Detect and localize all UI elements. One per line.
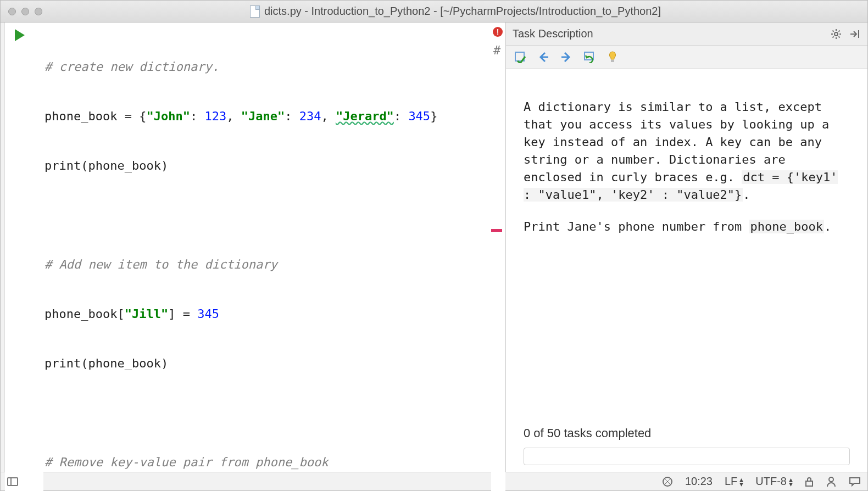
task-paragraph: Print Jane's phone number from phone_boo…: [524, 218, 850, 236]
task-description[interactable]: A dictionary is similar to a list, excep…: [506, 69, 867, 472]
file-encoding[interactable]: UTF-8▴▾: [755, 475, 793, 488]
main-area: # create new dictionary. phone_book = {"…: [1, 23, 867, 472]
progress-bar: [524, 448, 850, 465]
window-title-text: dicts.py - Introduction_to_Python2 - [~/…: [264, 5, 661, 18]
task-header: Task Description: [506, 23, 867, 46]
collapse-right-icon[interactable]: [849, 28, 861, 40]
window-controls: [8, 8, 42, 15]
left-gutter[interactable]: [1, 23, 5, 472]
feedback-icon[interactable]: [849, 477, 861, 487]
minimize-window-button[interactable]: [21, 8, 29, 15]
svg-point-15: [829, 477, 833, 482]
code-editor[interactable]: # create new dictionary. phone_book = {"…: [43, 23, 491, 491]
lock-icon[interactable]: [805, 477, 814, 487]
task-paragraph: A dictionary is similar to a list, excep…: [524, 98, 850, 204]
svg-rect-12: [611, 60, 614, 62]
bulb-icon[interactable]: [606, 51, 619, 64]
task-progress: 0 of 50 tasks completed: [524, 425, 850, 465]
marker-bar[interactable]: ! #: [491, 23, 505, 491]
next-arrow-icon[interactable]: [560, 51, 573, 64]
task-pane: Task Description: [506, 23, 867, 472]
svg-line-8: [838, 30, 839, 31]
status-sync-icon[interactable]: [662, 476, 673, 487]
python-file-icon: [250, 5, 260, 18]
editor-pane: # create new dictionary. phone_book = {"…: [5, 23, 506, 472]
window-title: dicts.py - Introduction_to_Python2 - [~/…: [51, 5, 860, 18]
task-header-title: Task Description: [513, 27, 593, 40]
gear-icon[interactable]: [830, 28, 842, 40]
hash-mark: #: [493, 43, 500, 57]
task-toolbar: [506, 46, 867, 69]
code-comment: # Add new item to the dictionary: [44, 258, 277, 271]
prev-arrow-icon[interactable]: [537, 51, 550, 64]
progress-label: 0 of 50 tasks completed: [524, 425, 850, 442]
close-window-button[interactable]: [8, 8, 16, 15]
run-icon[interactable]: [15, 29, 25, 41]
app-window: dicts.py - Introduction_to_Python2 - [~/…: [0, 0, 868, 491]
titlebar[interactable]: dicts.py - Introduction_to_Python2 - [~/…: [1, 1, 867, 23]
editor-gutter[interactable]: [5, 23, 43, 491]
error-mark[interactable]: [491, 229, 502, 232]
code-comment: # Remove key-value pair from phone_book: [44, 455, 329, 469]
reset-list-icon[interactable]: [583, 51, 596, 64]
code-comment: # create new dictionary.: [44, 60, 219, 74]
error-stripe-icon[interactable]: !: [493, 27, 503, 37]
cursor-position[interactable]: 10:23: [685, 475, 713, 488]
zoom-window-button[interactable]: [35, 8, 42, 15]
svg-rect-14: [806, 481, 813, 486]
line-separator[interactable]: LF▴▾: [725, 475, 743, 488]
check-list-icon[interactable]: [514, 51, 527, 64]
svg-line-5: [833, 30, 834, 31]
hector-icon[interactable]: [826, 476, 837, 487]
svg-line-7: [833, 36, 834, 37]
svg-point-0: [834, 32, 838, 36]
svg-line-6: [838, 36, 839, 37]
code-wrap: # create new dictionary. phone_book = {"…: [5, 23, 505, 491]
tool-window-icon[interactable]: [7, 477, 18, 486]
